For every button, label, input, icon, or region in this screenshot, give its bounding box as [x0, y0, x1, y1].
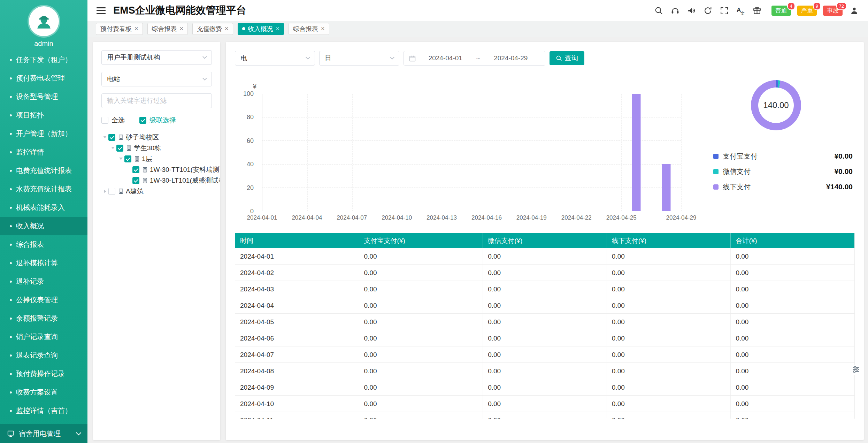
tree-node[interactable]: 砂子坳校区 — [101, 132, 212, 143]
tree-node[interactable]: A建筑 — [101, 186, 212, 197]
legend-value: ¥0.00 — [834, 167, 853, 176]
sidebar-item[interactable]: 机械表能耗录入 — [0, 198, 87, 217]
sidebar-item[interactable]: 设备型号管理 — [0, 87, 87, 106]
volume-icon[interactable] — [687, 6, 696, 15]
close-icon[interactable]: × — [276, 25, 280, 32]
sidebar-item[interactable]: 公摊仪表管理 — [0, 291, 87, 309]
tab[interactable]: 综合报表× — [289, 23, 329, 35]
sidebar-item[interactable]: 预付费电表管理 — [0, 69, 87, 87]
tree-checkbox[interactable] — [124, 155, 131, 162]
caret-down-icon[interactable] — [109, 147, 116, 149]
device-tree: 砂子坳校区学生30栋1层1W-30-TT101(安科瑞测试表)1W-30-LT1… — [101, 132, 212, 197]
alarm-badge[interactable]: 事故72 — [823, 6, 843, 16]
sidebar-item[interactable]: 水费充值统计报表 — [0, 180, 87, 198]
legend-item[interactable]: 微信支付¥0.00 — [713, 164, 853, 179]
alarm-badge[interactable]: 普通4 — [771, 6, 791, 16]
table-row[interactable]: 2024-04-070.000.000.000.00 — [235, 346, 854, 363]
sidebar-item[interactable]: 退补记录 — [0, 272, 87, 291]
date-range-picker[interactable]: 2024-04-01 ~ 2024-04-29 — [404, 51, 545, 66]
hamburger-menu-icon[interactable] — [97, 7, 106, 14]
bar-2024-04-28[interactable] — [662, 164, 671, 211]
translate-icon[interactable]: A文 — [736, 6, 745, 15]
main-column: EMS企业微电网能效管理平台 A文 — [87, 0, 868, 443]
x-axis-label: 2024-04-29 — [666, 214, 697, 221]
gridline-v — [442, 94, 442, 211]
sidebar-menu: 任务下发（租户）预付费电表管理设备型号管理项目拓扑开户管理（新加）监控详情电费充… — [0, 51, 87, 420]
tree-checkbox[interactable] — [132, 177, 139, 184]
close-icon[interactable]: × — [321, 25, 325, 32]
tree-node[interactable]: 1W-30-TT101(安科瑞测试表) — [101, 164, 212, 175]
sidebar-item[interactable]: 开户管理（新加） — [0, 124, 87, 143]
refresh-icon[interactable] — [703, 6, 713, 15]
sidebar-item[interactable]: 预付费操作记录 — [0, 365, 87, 383]
date-start[interactable]: 2024-04-01 — [416, 54, 475, 62]
sidebar-item[interactable]: 退补模拟计算 — [0, 254, 87, 272]
support-headset-icon[interactable] — [670, 6, 680, 15]
close-icon[interactable]: × — [225, 25, 229, 32]
tree-node[interactable]: 学生30栋 — [101, 143, 212, 153]
tree-node[interactable]: 1W-30-LT101(威盛测试表) — [101, 175, 212, 186]
sidebar-item-label: 余额报警记录 — [16, 314, 58, 323]
table-row[interactable]: 2024-04-090.000.000.000.00 — [235, 379, 854, 396]
tree-node[interactable]: 1层 — [101, 153, 212, 164]
legend-item[interactable]: 线下支付¥140.00 — [713, 179, 853, 194]
table-row[interactable]: 2024-04-030.000.000.000.00 — [235, 281, 854, 297]
income-overview-panel: 电 日 2024-04-01 ~ 2024-04-2 — [226, 42, 864, 440]
fullscreen-icon[interactable] — [720, 6, 729, 15]
sidebar-item[interactable]: 收入概况 — [0, 217, 87, 235]
close-icon[interactable]: × — [135, 25, 138, 32]
table-row[interactable]: 2024-04-020.000.000.000.00 — [235, 265, 854, 281]
table-row[interactable]: 2024-04-060.000.000.000.00 — [235, 330, 854, 346]
tree-checkbox[interactable] — [108, 134, 115, 141]
gridline-v — [577, 94, 577, 211]
cascade-checkbox[interactable] — [139, 117, 146, 124]
caret-right-icon[interactable] — [101, 190, 108, 193]
station-type-select[interactable]: 电站 — [101, 72, 212, 86]
tree-checkbox[interactable] — [132, 166, 139, 173]
table-row[interactable]: 2024-04-040.000.000.000.00 — [235, 297, 854, 314]
tree-checkbox[interactable] — [116, 145, 123, 152]
energy-type-select[interactable]: 电 — [235, 51, 315, 66]
caret-down-icon[interactable] — [101, 136, 108, 138]
bar-2024-04-26[interactable] — [632, 94, 641, 211]
sidebar-item[interactable]: 退表记录查询 — [0, 346, 87, 365]
sidebar-item[interactable]: 综合报表 — [0, 235, 87, 254]
legend-item[interactable]: 支付宝支付¥0.00 — [713, 148, 853, 164]
table-row[interactable]: 2024-04-080.000.000.000.00 — [235, 363, 854, 379]
sidebar-item[interactable]: 电费充值统计报表 — [0, 161, 87, 180]
table-row[interactable]: 2024-04-100.000.000.000.00 — [235, 396, 854, 412]
table-row[interactable]: 2024-04-110.000.000.000.00 — [235, 412, 854, 419]
tab[interactable]: 综合报表× — [147, 23, 188, 35]
sidebar-item[interactable]: 余额报警记录 — [0, 309, 87, 328]
column-settings-icon[interactable] — [852, 365, 860, 375]
tree-filter-input[interactable] — [101, 93, 212, 108]
sidebar-item-label: 设备型号管理 — [16, 92, 58, 101]
search-icon[interactable] — [654, 6, 663, 15]
username: admin — [0, 40, 87, 48]
tab[interactable]: 收入概况× — [238, 23, 284, 35]
tree-checkbox[interactable] — [108, 188, 115, 195]
sidebar-item[interactable]: 收费方案设置 — [0, 383, 87, 402]
sidebar-item[interactable]: 项目拓扑 — [0, 106, 87, 124]
period-select[interactable]: 日 — [319, 51, 399, 66]
user-icon[interactable] — [850, 6, 859, 15]
avatar[interactable] — [29, 6, 59, 36]
org-select[interactable]: 用户手册测试机构 — [101, 50, 212, 65]
sidebar-item[interactable]: 任务下发（租户） — [0, 51, 87, 69]
caret-down-icon[interactable] — [117, 158, 124, 160]
table-row[interactable]: 2024-04-050.000.000.000.00 — [235, 314, 854, 330]
tab[interactable]: 充值缴费× — [192, 23, 233, 35]
date-end[interactable]: 2024-04-29 — [482, 54, 540, 62]
gift-icon[interactable] — [752, 6, 762, 15]
tab[interactable]: 预付费看板× — [96, 23, 143, 35]
select-all-checkbox[interactable] — [101, 117, 108, 124]
sidebar-item-dorm-power[interactable]: 宿舍用电管理 — [0, 424, 87, 443]
alarm-badge[interactable]: 严重9 — [797, 6, 817, 16]
table-row[interactable]: 2024-04-010.000.000.000.00 — [235, 248, 854, 265]
table-cell: 0.00 — [607, 412, 731, 419]
close-icon[interactable]: × — [180, 25, 184, 32]
sidebar-item[interactable]: 销户记录查询 — [0, 328, 87, 346]
sidebar-item[interactable]: 监控详情（吉首） — [0, 402, 87, 420]
sidebar-item[interactable]: 监控详情 — [0, 143, 87, 161]
query-button[interactable]: 查询 — [550, 51, 584, 65]
